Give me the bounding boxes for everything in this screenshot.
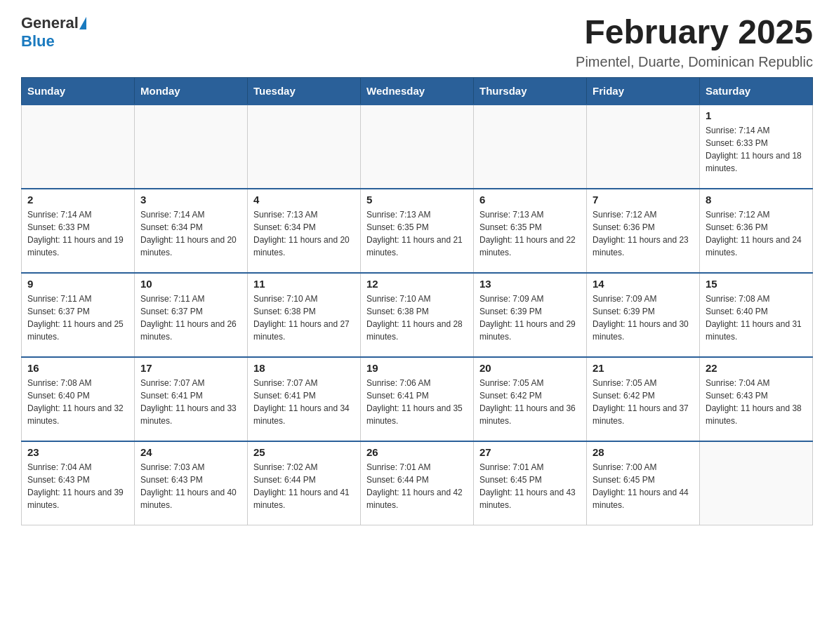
col-wednesday: Wednesday [361, 77, 474, 105]
day-info: Sunrise: 7:02 AMSunset: 6:44 PMDaylight:… [253, 461, 355, 511]
day-number: 7 [593, 194, 694, 206]
table-row [135, 105, 248, 189]
calendar-week-row: 23Sunrise: 7:04 AMSunset: 6:43 PMDayligh… [22, 441, 813, 525]
table-row: 20Sunrise: 7:05 AMSunset: 6:42 PMDayligh… [474, 357, 587, 441]
day-number: 26 [366, 446, 468, 458]
day-info: Sunrise: 7:03 AMSunset: 6:43 PMDaylight:… [140, 461, 241, 511]
day-number: 8 [706, 194, 807, 206]
month-title: February 2025 [576, 14, 813, 51]
day-info: Sunrise: 7:14 AMSunset: 6:34 PMDaylight:… [140, 208, 241, 259]
day-number: 16 [27, 362, 128, 374]
day-number: 25 [253, 446, 355, 458]
title-area: February 2025 Pimentel, Duarte, Dominica… [576, 14, 813, 70]
day-info: Sunrise: 7:01 AMSunset: 6:44 PMDaylight:… [366, 461, 468, 511]
day-number: 6 [479, 194, 581, 206]
day-number: 1 [706, 109, 807, 121]
col-thursday: Thursday [474, 77, 587, 105]
table-row: 18Sunrise: 7:07 AMSunset: 6:41 PMDayligh… [248, 357, 361, 441]
day-info: Sunrise: 7:14 AMSunset: 6:33 PMDaylight:… [706, 124, 807, 175]
day-number: 19 [366, 362, 468, 374]
table-row: 25Sunrise: 7:02 AMSunset: 6:44 PMDayligh… [248, 441, 361, 525]
day-info: Sunrise: 7:11 AMSunset: 6:37 PMDaylight:… [140, 293, 241, 343]
table-row [22, 105, 135, 189]
table-row: 28Sunrise: 7:00 AMSunset: 6:45 PMDayligh… [587, 441, 700, 525]
day-number: 20 [479, 362, 581, 374]
day-number: 14 [593, 278, 694, 290]
day-info: Sunrise: 7:09 AMSunset: 6:39 PMDaylight:… [479, 293, 581, 343]
table-row: 6Sunrise: 7:13 AMSunset: 6:35 PMDaylight… [474, 189, 587, 273]
col-sunday: Sunday [22, 77, 135, 105]
day-info: Sunrise: 7:14 AMSunset: 6:33 PMDaylight:… [27, 208, 128, 259]
logo-general-text: General [21, 14, 79, 32]
location-subtitle: Pimentel, Duarte, Dominican Republic [576, 54, 813, 70]
table-row: 9Sunrise: 7:11 AMSunset: 6:37 PMDaylight… [22, 273, 135, 357]
table-row: 15Sunrise: 7:08 AMSunset: 6:40 PMDayligh… [700, 273, 813, 357]
logo-blue-text: Blue [21, 32, 55, 50]
day-number: 27 [479, 446, 581, 458]
day-info: Sunrise: 7:04 AMSunset: 6:43 PMDaylight:… [706, 377, 807, 427]
day-info: Sunrise: 7:06 AMSunset: 6:41 PMDaylight:… [366, 377, 468, 427]
col-friday: Friday [587, 77, 700, 105]
day-number: 13 [479, 278, 581, 290]
table-row: 5Sunrise: 7:13 AMSunset: 6:35 PMDaylight… [361, 189, 474, 273]
day-info: Sunrise: 7:12 AMSunset: 6:36 PMDaylight:… [593, 208, 694, 259]
day-number: 17 [140, 362, 241, 374]
calendar-header-row: Sunday Monday Tuesday Wednesday Thursday… [22, 77, 813, 105]
day-number: 28 [593, 446, 694, 458]
table-row: 26Sunrise: 7:01 AMSunset: 6:44 PMDayligh… [361, 441, 474, 525]
day-number: 11 [253, 278, 355, 290]
day-number: 18 [253, 362, 355, 374]
day-info: Sunrise: 7:09 AMSunset: 6:39 PMDaylight:… [593, 293, 694, 343]
table-row: 24Sunrise: 7:03 AMSunset: 6:43 PMDayligh… [135, 441, 248, 525]
table-row: 1Sunrise: 7:14 AMSunset: 6:33 PMDaylight… [700, 105, 813, 189]
table-row: 4Sunrise: 7:13 AMSunset: 6:34 PMDaylight… [248, 189, 361, 273]
day-info: Sunrise: 7:05 AMSunset: 6:42 PMDaylight:… [479, 377, 581, 427]
logo-triangle-icon [79, 17, 86, 29]
day-number: 15 [706, 278, 807, 290]
table-row: 10Sunrise: 7:11 AMSunset: 6:37 PMDayligh… [135, 273, 248, 357]
day-info: Sunrise: 7:07 AMSunset: 6:41 PMDaylight:… [140, 377, 241, 427]
day-number: 9 [27, 278, 128, 290]
day-info: Sunrise: 7:04 AMSunset: 6:43 PMDaylight:… [27, 461, 128, 511]
day-info: Sunrise: 7:08 AMSunset: 6:40 PMDaylight:… [27, 377, 128, 427]
day-info: Sunrise: 7:10 AMSunset: 6:38 PMDaylight:… [366, 293, 468, 343]
table-row [361, 105, 474, 189]
table-row: 23Sunrise: 7:04 AMSunset: 6:43 PMDayligh… [22, 441, 135, 525]
table-row: 7Sunrise: 7:12 AMSunset: 6:36 PMDaylight… [587, 189, 700, 273]
calendar-week-row: 2Sunrise: 7:14 AMSunset: 6:33 PMDaylight… [22, 189, 813, 273]
day-info: Sunrise: 7:10 AMSunset: 6:38 PMDaylight:… [253, 293, 355, 343]
day-info: Sunrise: 7:13 AMSunset: 6:35 PMDaylight:… [479, 208, 581, 259]
calendar-table: Sunday Monday Tuesday Wednesday Thursday… [21, 77, 813, 526]
table-row: 8Sunrise: 7:12 AMSunset: 6:36 PMDaylight… [700, 189, 813, 273]
table-row: 3Sunrise: 7:14 AMSunset: 6:34 PMDaylight… [135, 189, 248, 273]
day-info: Sunrise: 7:00 AMSunset: 6:45 PMDaylight:… [593, 461, 694, 511]
day-info: Sunrise: 7:08 AMSunset: 6:40 PMDaylight:… [706, 293, 807, 343]
day-number: 12 [366, 278, 468, 290]
day-info: Sunrise: 7:07 AMSunset: 6:41 PMDaylight:… [253, 377, 355, 427]
table-row: 14Sunrise: 7:09 AMSunset: 6:39 PMDayligh… [587, 273, 700, 357]
table-row: 2Sunrise: 7:14 AMSunset: 6:33 PMDaylight… [22, 189, 135, 273]
page-header: General Blue February 2025 Pimentel, Dua… [21, 14, 813, 70]
table-row: 22Sunrise: 7:04 AMSunset: 6:43 PMDayligh… [700, 357, 813, 441]
day-info: Sunrise: 7:13 AMSunset: 6:34 PMDaylight:… [253, 208, 355, 259]
col-saturday: Saturday [700, 77, 813, 105]
table-row: 12Sunrise: 7:10 AMSunset: 6:38 PMDayligh… [361, 273, 474, 357]
day-info: Sunrise: 7:01 AMSunset: 6:45 PMDaylight:… [479, 461, 581, 511]
table-row [474, 105, 587, 189]
table-row: 27Sunrise: 7:01 AMSunset: 6:45 PMDayligh… [474, 441, 587, 525]
table-row: 11Sunrise: 7:10 AMSunset: 6:38 PMDayligh… [248, 273, 361, 357]
day-number: 5 [366, 194, 468, 206]
day-number: 22 [706, 362, 807, 374]
table-row [587, 105, 700, 189]
col-tuesday: Tuesday [248, 77, 361, 105]
day-info: Sunrise: 7:13 AMSunset: 6:35 PMDaylight:… [366, 208, 468, 259]
day-info: Sunrise: 7:05 AMSunset: 6:42 PMDaylight:… [593, 377, 694, 427]
day-number: 24 [140, 446, 241, 458]
table-row: 17Sunrise: 7:07 AMSunset: 6:41 PMDayligh… [135, 357, 248, 441]
day-info: Sunrise: 7:12 AMSunset: 6:36 PMDaylight:… [706, 208, 807, 259]
day-number: 3 [140, 194, 241, 206]
table-row: 21Sunrise: 7:05 AMSunset: 6:42 PMDayligh… [587, 357, 700, 441]
calendar-week-row: 1Sunrise: 7:14 AMSunset: 6:33 PMDaylight… [22, 105, 813, 189]
logo: General Blue [21, 14, 87, 51]
table-row: 13Sunrise: 7:09 AMSunset: 6:39 PMDayligh… [474, 273, 587, 357]
